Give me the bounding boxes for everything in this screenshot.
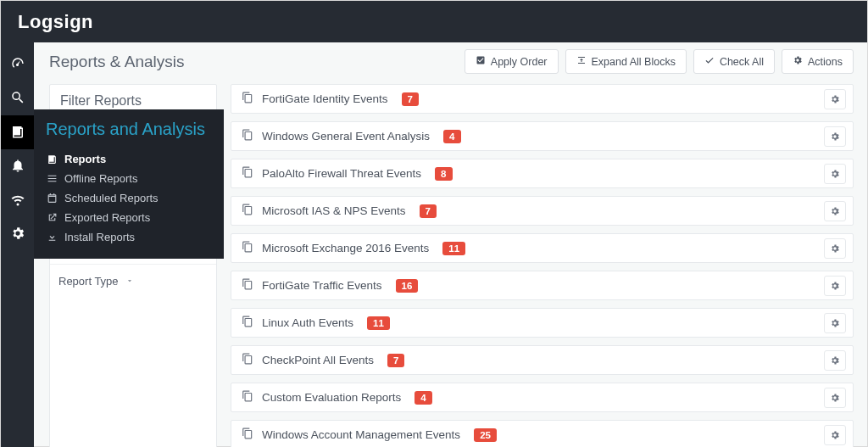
report-row[interactable]: Linux Auth Events 11 bbox=[231, 308, 854, 338]
report-count-badge: 11 bbox=[367, 316, 390, 330]
report-row[interactable]: PaloAlto Firewall Threat Events 8 bbox=[231, 159, 854, 188]
report-list: FortiGate Identity Events 7 Windows Gene… bbox=[231, 84, 854, 447]
report-count-badge: 25 bbox=[474, 428, 497, 442]
rail-dashboard[interactable] bbox=[1, 47, 35, 81]
submenu-item-install-reports[interactable]: Install Reports bbox=[46, 227, 212, 247]
report-row-label: Windows General Event Analysis bbox=[262, 130, 430, 142]
report-row-label: Custom Evaluation Reports bbox=[262, 391, 401, 404]
search-icon bbox=[10, 90, 25, 108]
newspaper-icon bbox=[10, 124, 25, 142]
report-row[interactable]: Microsoft Exchange 2016 Events 11 bbox=[231, 233, 854, 263]
submenu-item-offline-reports[interactable]: Offline Reports bbox=[46, 169, 212, 188]
download-icon bbox=[46, 232, 58, 243]
report-row[interactable]: CheckPoint All Events 7 bbox=[231, 345, 854, 375]
wifi-icon bbox=[10, 192, 25, 210]
submenu-item-label: Offline Reports bbox=[64, 172, 137, 185]
page-header: Reports & Analysis Apply Order Expand Al… bbox=[34, 42, 867, 84]
actions-label: Actions bbox=[808, 56, 843, 68]
copy-icon bbox=[242, 129, 253, 143]
actions-button[interactable]: Actions bbox=[782, 49, 854, 74]
gear-icon bbox=[793, 55, 803, 68]
report-row-label: FortiGate Identity Events bbox=[262, 92, 388, 105]
report-count-badge: 4 bbox=[443, 130, 460, 143]
rail-search[interactable] bbox=[1, 81, 35, 115]
check-all-label: Check All bbox=[720, 56, 764, 68]
gear-icon bbox=[10, 226, 25, 243]
row-settings-button[interactable] bbox=[824, 238, 846, 259]
row-settings-button[interactable] bbox=[824, 425, 846, 445]
share-icon bbox=[46, 212, 58, 223]
report-row-label: Microsoft IAS & NPS Events bbox=[262, 204, 406, 217]
expand-all-label: Expand All Blocks bbox=[592, 56, 676, 68]
list-icon bbox=[46, 173, 58, 184]
rail-settings[interactable] bbox=[1, 217, 35, 251]
report-row[interactable]: Microsoft IAS & NPS Events 7 bbox=[231, 196, 854, 226]
rail-reports[interactable] bbox=[1, 115, 35, 149]
newspaper-icon bbox=[46, 154, 58, 165]
row-settings-button[interactable] bbox=[824, 276, 846, 296]
report-count-badge: 7 bbox=[402, 92, 419, 106]
report-count-badge: 8 bbox=[435, 167, 452, 181]
submenu-item-label: Reports bbox=[64, 153, 106, 165]
report-count-badge: 7 bbox=[420, 204, 437, 218]
rail-alerts[interactable] bbox=[1, 149, 35, 183]
copy-icon bbox=[242, 390, 253, 405]
report-row-label: CheckPoint All Events bbox=[262, 354, 374, 366]
submenu-item-scheduled-reports[interactable]: Scheduled Reports bbox=[46, 188, 212, 208]
filter-report-type[interactable]: Report Type bbox=[50, 264, 216, 298]
submenu-item-label: Install Reports bbox=[64, 231, 135, 243]
row-settings-button[interactable] bbox=[824, 126, 846, 147]
row-settings-button[interactable] bbox=[824, 350, 846, 371]
calendar-icon bbox=[46, 193, 58, 204]
reports-submenu: Reports and Analysis Reports Offline Rep… bbox=[34, 109, 224, 259]
check-square-icon bbox=[476, 55, 486, 68]
report-count-badge: 16 bbox=[396, 279, 419, 293]
submenu-title: Reports and Analysis bbox=[46, 120, 212, 139]
brand-logo: Logsign bbox=[18, 11, 93, 33]
expand-all-button[interactable]: Expand All Blocks bbox=[565, 49, 687, 74]
copy-icon bbox=[242, 316, 253, 330]
report-row-label: Windows Account Management Events bbox=[262, 428, 460, 441]
row-settings-button[interactable] bbox=[824, 89, 846, 109]
copy-icon bbox=[242, 241, 253, 255]
copy-icon bbox=[242, 427, 253, 442]
submenu-item-label: Exported Reports bbox=[64, 211, 150, 224]
report-row[interactable]: FortiGate Identity Events 7 bbox=[231, 84, 854, 114]
apply-order-button[interactable]: Apply Order bbox=[465, 49, 559, 74]
report-count-badge: 7 bbox=[387, 354, 404, 367]
gauge-icon bbox=[10, 56, 25, 74]
report-row[interactable]: Custom Evaluation Reports 4 bbox=[231, 383, 854, 412]
expand-arrows-icon bbox=[576, 55, 587, 68]
row-settings-button[interactable] bbox=[824, 201, 846, 221]
bell-icon bbox=[10, 158, 25, 176]
check-all-button[interactable]: Check All bbox=[693, 49, 775, 74]
page-title: Reports & Analysis bbox=[49, 53, 184, 71]
top-bar: Logsign bbox=[0, 0, 868, 42]
copy-icon bbox=[242, 92, 253, 106]
submenu-item-label: Scheduled Reports bbox=[64, 192, 159, 204]
rail-network[interactable] bbox=[1, 183, 35, 217]
copy-icon bbox=[242, 278, 253, 293]
row-settings-button[interactable] bbox=[824, 313, 846, 333]
report-row-label: FortiGate Traffic Events bbox=[262, 279, 382, 292]
report-row[interactable]: Windows General Event Analysis 4 bbox=[231, 121, 854, 151]
report-row[interactable]: Windows Account Management Events 25 bbox=[231, 420, 854, 447]
copy-icon bbox=[242, 166, 253, 181]
row-settings-button[interactable] bbox=[824, 164, 846, 184]
copy-icon bbox=[242, 353, 253, 367]
report-row-label: PaloAlto Firewall Threat Events bbox=[262, 167, 421, 180]
check-icon bbox=[704, 55, 715, 68]
submenu-item-exported-reports[interactable]: Exported Reports bbox=[46, 208, 212, 227]
header-action-bar: Apply Order Expand All Blocks Check All … bbox=[465, 49, 854, 74]
filter-report-type-label: Report Type bbox=[58, 275, 119, 288]
apply-order-label: Apply Order bbox=[491, 56, 548, 68]
row-settings-button[interactable] bbox=[824, 388, 846, 408]
report-row-label: Linux Auth Events bbox=[262, 316, 353, 329]
report-count-badge: 4 bbox=[415, 391, 431, 405]
chevron-down-icon bbox=[125, 275, 134, 288]
report-row-label: Microsoft Exchange 2016 Events bbox=[262, 242, 429, 254]
report-count-badge: 11 bbox=[442, 242, 465, 255]
nav-rail bbox=[0, 42, 34, 447]
report-row[interactable]: FortiGate Traffic Events 16 bbox=[231, 271, 854, 300]
submenu-item-reports[interactable]: Reports bbox=[46, 149, 212, 169]
